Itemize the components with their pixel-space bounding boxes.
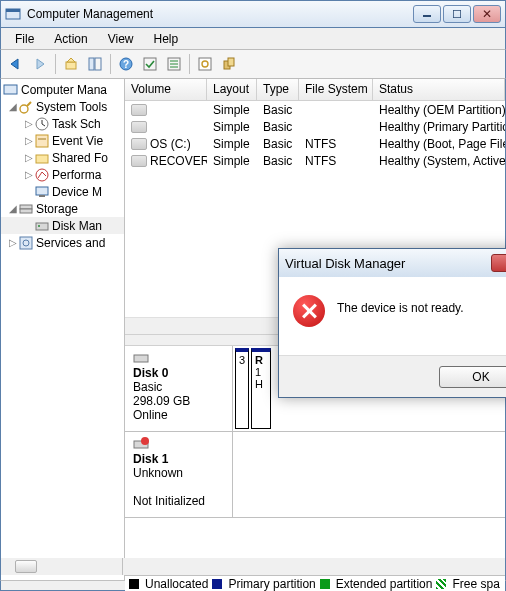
error-icon bbox=[293, 295, 325, 327]
tree-label: Event Vie bbox=[52, 134, 103, 148]
svg-point-27 bbox=[36, 169, 48, 181]
svg-text:?: ? bbox=[123, 59, 129, 70]
dialog-close-button[interactable]: ✕ bbox=[491, 254, 506, 272]
tree-tasksch[interactable]: ▷Task Sch bbox=[1, 115, 124, 132]
vol-layout: Simple bbox=[207, 154, 257, 168]
vol-fs: NTFS bbox=[299, 154, 373, 168]
menu-action[interactable]: Action bbox=[46, 30, 95, 48]
tree-services[interactable]: ▷Services and bbox=[1, 234, 124, 251]
col-type[interactable]: Type bbox=[257, 79, 299, 100]
part-size: 3 bbox=[239, 354, 245, 366]
tree-diskman[interactable]: Disk Man bbox=[1, 217, 124, 234]
svg-point-33 bbox=[38, 225, 40, 227]
tree-systools[interactable]: ◢ System Tools bbox=[1, 98, 124, 115]
folder-icon bbox=[34, 150, 50, 166]
disk-icon bbox=[34, 218, 50, 234]
window-title: Computer Management bbox=[27, 7, 413, 21]
tree-hscroll[interactable] bbox=[1, 558, 123, 575]
back-button[interactable] bbox=[5, 53, 27, 75]
drive-icon bbox=[131, 155, 147, 167]
tree-root[interactable]: Computer Mana bbox=[1, 81, 124, 98]
settings-button[interactable] bbox=[218, 53, 240, 75]
disk-size: 298.09 GB bbox=[133, 394, 224, 408]
svg-rect-5 bbox=[89, 58, 94, 70]
tree-label: Shared Fo bbox=[52, 151, 108, 165]
legend-primary: Primary partition bbox=[228, 577, 315, 591]
expand-icon[interactable]: ▷ bbox=[23, 135, 34, 146]
part-line3: H bbox=[255, 378, 267, 390]
tree-eventvi[interactable]: ▷Event Vie bbox=[1, 132, 124, 149]
swatch-primary bbox=[212, 579, 222, 589]
drive-icon bbox=[131, 104, 147, 116]
expand-icon[interactable]: ▷ bbox=[23, 118, 34, 129]
tree-systools-label: System Tools bbox=[36, 100, 107, 114]
volume-row[interactable]: SimpleBasicHealthy (OEM Partition) bbox=[125, 101, 505, 118]
volume-rows: SimpleBasicHealthy (OEM Partition) Simpl… bbox=[125, 101, 505, 169]
tree-performa[interactable]: ▷Performa bbox=[1, 166, 124, 183]
disk-type: Basic bbox=[133, 380, 224, 394]
disk-1-block[interactable]: Disk 1 Unknown Not Initialized bbox=[125, 432, 505, 518]
disk-status: Online bbox=[133, 408, 224, 422]
clock-icon bbox=[34, 116, 50, 132]
close-button[interactable]: ✕ bbox=[473, 5, 501, 23]
minimize-button[interactable] bbox=[413, 5, 441, 23]
volume-row[interactable]: SimpleBasicHealthy (Primary Partitio bbox=[125, 118, 505, 135]
list-hscroll-bottom[interactable] bbox=[123, 558, 505, 575]
expand-icon[interactable]: ▷ bbox=[23, 169, 34, 180]
tree-devicem[interactable]: Device M bbox=[1, 183, 124, 200]
svg-rect-14 bbox=[199, 58, 211, 70]
svg-point-19 bbox=[20, 105, 28, 113]
menu-file[interactable]: File bbox=[7, 30, 42, 48]
computer-icon bbox=[3, 82, 19, 98]
svg-rect-4 bbox=[66, 62, 76, 69]
svg-rect-32 bbox=[36, 223, 48, 230]
svg-rect-17 bbox=[228, 58, 234, 66]
col-layout[interactable]: Layout bbox=[207, 79, 257, 100]
collapse-icon[interactable]: ◢ bbox=[7, 203, 18, 214]
menu-help[interactable]: Help bbox=[146, 30, 187, 48]
maximize-button[interactable] bbox=[443, 5, 471, 23]
show-hide-tree-button[interactable] bbox=[84, 53, 106, 75]
perf-icon bbox=[34, 167, 50, 183]
tree-sharedfo[interactable]: ▷Shared Fo bbox=[1, 149, 124, 166]
tree-pane[interactable]: Computer Mana ◢ System Tools ▷Task Sch ▷… bbox=[1, 79, 125, 580]
vol-type: Basic bbox=[257, 103, 299, 117]
disk-1-header: Disk 1 Unknown Not Initialized bbox=[125, 432, 233, 517]
tree-label: Task Sch bbox=[52, 117, 101, 131]
volume-row[interactable]: OS (C:)SimpleBasicNTFSHealthy (Boot, Pag… bbox=[125, 135, 505, 152]
ok-button[interactable]: OK bbox=[439, 366, 506, 388]
event-icon bbox=[34, 133, 50, 149]
expand-icon[interactable]: ▷ bbox=[7, 237, 18, 248]
svg-point-38 bbox=[141, 437, 149, 445]
vol-layout: Simple bbox=[207, 103, 257, 117]
part-line2: 1 bbox=[255, 366, 267, 378]
volume-row[interactable]: RECOVERYSimpleBasicNTFSHealthy (System, … bbox=[125, 152, 505, 169]
tree-storage[interactable]: ◢Storage bbox=[1, 200, 124, 217]
tree-label: Storage bbox=[36, 202, 78, 216]
partition[interactable]: R1H bbox=[251, 348, 271, 429]
partition[interactable]: 3 bbox=[235, 348, 249, 429]
col-volume[interactable]: Volume bbox=[125, 79, 207, 100]
svg-rect-6 bbox=[95, 58, 101, 70]
svg-line-20 bbox=[27, 102, 31, 106]
menu-view[interactable]: View bbox=[100, 30, 142, 48]
action-button-2[interactable] bbox=[163, 53, 185, 75]
refresh-button[interactable] bbox=[194, 53, 216, 75]
expand-icon[interactable]: ▷ bbox=[23, 152, 34, 163]
col-filesystem[interactable]: File System bbox=[299, 79, 373, 100]
col-status[interactable]: Status bbox=[373, 79, 505, 100]
disk-error-icon bbox=[133, 436, 149, 452]
forward-button[interactable] bbox=[29, 53, 51, 75]
svg-rect-9 bbox=[144, 58, 156, 70]
collapse-icon[interactable]: ◢ bbox=[7, 101, 18, 112]
swatch-unallocated bbox=[129, 579, 139, 589]
vol-status: Healthy (Primary Partitio bbox=[373, 120, 505, 134]
services-icon bbox=[18, 235, 34, 251]
disk-status: Not Initialized bbox=[133, 494, 224, 508]
help-button[interactable]: ? bbox=[115, 53, 137, 75]
up-button[interactable] bbox=[60, 53, 82, 75]
tools-icon bbox=[18, 99, 34, 115]
svg-rect-31 bbox=[20, 209, 32, 213]
action-button-1[interactable] bbox=[139, 53, 161, 75]
disk-0-header: Disk 0 Basic 298.09 GB Online bbox=[125, 346, 233, 431]
